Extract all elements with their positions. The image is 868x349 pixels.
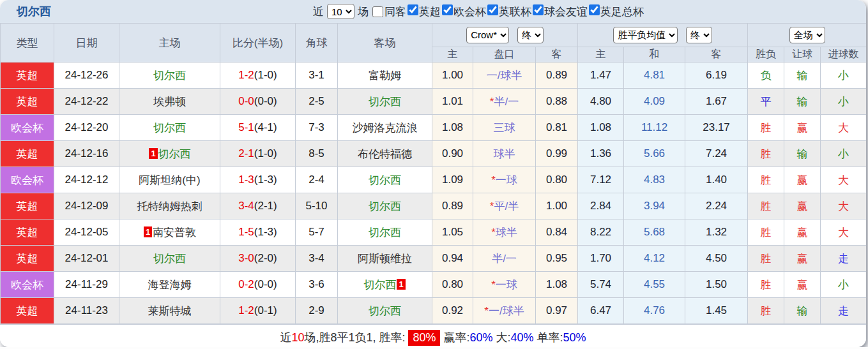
asian-odds-header: Crow* 终 [432, 24, 578, 47]
odds-time-select[interactable]: 终 [517, 27, 544, 43]
match-date: 24-12-09 [54, 193, 119, 219]
result-goals: 大 [821, 167, 866, 193]
corner-score: 3-6 [296, 272, 338, 298]
europe-away-odds: 7.24 [685, 141, 748, 167]
match-score: 1-5(1-3) [220, 219, 296, 246]
fulltime-score: 1-2 [238, 69, 254, 81]
league-badge: 欧会杯 [1, 272, 54, 298]
asian-home-odds: 1.09 [432, 167, 473, 193]
subcol-result-goal: 进球数 [821, 47, 866, 62]
subcol-result-ah: 让球 [784, 47, 821, 62]
league-badge: 英超 [1, 219, 54, 246]
halftime-score: (0-1) [254, 304, 277, 316]
col-header-away: 客场 [338, 24, 432, 63]
away-team: 切尔西 [338, 193, 432, 219]
table-row: 英超 24-12-26 切尔西 1-2(1-0) 3-1 富勒姆 1.00 一/… [1, 63, 867, 89]
result-wdl: 平 [748, 89, 784, 115]
result-goals: 大 [821, 193, 866, 219]
matches-table: 类型 日期 主场 比分(半场) 角球 客场 Crow* 终 胜平负均值 终 全场 [0, 23, 866, 324]
asian-away-odds: 0.84 [536, 219, 578, 246]
table-row: 英超 24-12-05 1南安普敦 1-5(1-3) 5-7 切尔西 1.05 … [1, 219, 867, 246]
team-name: 切尔西 [369, 96, 401, 108]
filter-controls: 近 10 场 同客 英超欧会杯英联杯球会友谊英足总杯 [313, 4, 644, 19]
europe-home-odds: 5.74 [578, 272, 624, 298]
asian-home-odds: 1.00 [432, 63, 473, 89]
corner-score: 5-10 [296, 193, 338, 219]
europe-home-odds: 1.70 [578, 246, 624, 272]
league-checkbox-1[interactable] [442, 4, 453, 15]
team-name: 布伦特福德 [358, 148, 412, 160]
league-checkbox-4[interactable] [589, 4, 600, 15]
match-score: 1-2(1-0) [220, 63, 296, 89]
europe-away-odds: 1.32 [685, 219, 748, 246]
handicap-star: * [491, 174, 496, 186]
result-wdl: 胜 [748, 219, 784, 246]
result-wdl: 胜 [748, 246, 784, 272]
team-name: 切尔西 [369, 174, 401, 186]
team-name: 阿斯坦纳(中) [139, 174, 200, 186]
league-badge: 欧会杯 [1, 115, 54, 141]
fulltime-score: 1-2 [238, 304, 254, 316]
league-checkbox-3[interactable] [533, 4, 544, 15]
league-checkbox-0[interactable] [407, 4, 418, 15]
odds-company-select[interactable]: Crow* [466, 27, 509, 43]
team-name: 切尔西 [158, 148, 191, 160]
subcol-ah-line: 盘口 [473, 47, 536, 62]
team-name: 沙姆洛克流浪 [353, 122, 418, 134]
handicap-text: 球半 [494, 148, 515, 160]
team-name: 切尔西 [153, 122, 186, 134]
handicap-star: * [484, 305, 489, 317]
league-checkbox-2[interactable] [487, 4, 498, 15]
league-badge: 欧会杯 [1, 167, 54, 193]
team-name: 阿斯顿维拉 [358, 253, 412, 265]
corner-score: 3-4 [296, 246, 338, 272]
asian-home-odds: 0.90 [432, 141, 473, 167]
halftime-score: (1-0) [254, 69, 277, 81]
handicap-text: 一球 [496, 279, 517, 291]
team-name: 埃弗顿 [153, 96, 186, 108]
fulltime-score: 2-1 [238, 147, 254, 160]
red-card-badge: 1 [149, 148, 157, 159]
match-score: 0-0(0-0) [220, 89, 296, 115]
europe-odds-select[interactable]: 胜平负均值 [613, 27, 678, 43]
subcol-ah-home: 主 [432, 47, 473, 62]
col-header-score: 比分(半场) [220, 24, 296, 63]
europe-home-odds: 1.47 [578, 63, 624, 89]
result-handicap: 赢 [784, 272, 821, 298]
match-score: 5-1(4-1) [220, 115, 296, 141]
summary-text: 大: [493, 330, 511, 345]
col-header-home: 主场 [119, 24, 220, 63]
home-team: 莱斯特城 [119, 298, 220, 324]
match-date: 24-11-29 [54, 272, 119, 298]
col-header-corner: 角球 [296, 24, 338, 63]
asian-home-odds: 1.01 [432, 89, 473, 115]
europe-home-odds: 7.12 [578, 167, 624, 193]
europe-draw-odds: 3.94 [624, 193, 685, 219]
summary-bar: 近10场,胜8平1负1, 胜率:80%赢率:60% 大:40% 单率:50% [0, 324, 866, 347]
home-team: 切尔西 [119, 246, 220, 272]
corner-score: 2-4 [296, 167, 338, 193]
fulltime-score: 3-4 [238, 200, 254, 212]
handicap-text: 一球 [496, 174, 517, 186]
europe-draw-odds: 4.55 [624, 272, 685, 298]
away-team: 切尔西 [338, 298, 432, 324]
scope-select[interactable]: 全场 [789, 27, 825, 43]
team-name: 托特纳姆热刺 [137, 200, 202, 212]
halftime-score: (1-0) [254, 147, 277, 160]
asian-handicap-line: *球半 [473, 219, 536, 246]
team-name: 莱斯特城 [148, 305, 192, 317]
home-team: 托特纳姆热刺 [119, 193, 220, 219]
corner-score: 7-3 [296, 115, 338, 141]
halftime-score: (1-3) [254, 226, 277, 238]
europe-time-select[interactable]: 终 [686, 27, 712, 43]
result-handicap: 赢 [784, 193, 821, 219]
recent-count-select[interactable]: 10 [327, 4, 354, 19]
asian-handicap-line: 半/一 [473, 246, 536, 272]
asian-handicap-line: 一/球半 [473, 63, 536, 89]
halftime-score: (4-1) [254, 121, 277, 133]
same-venue-checkbox[interactable] [372, 6, 383, 17]
summary-text: 近 [280, 330, 291, 345]
away-team: 切尔西1 [338, 272, 432, 298]
result-handicap: 输 [784, 298, 821, 324]
asian-home-odds: 1.05 [432, 219, 473, 246]
